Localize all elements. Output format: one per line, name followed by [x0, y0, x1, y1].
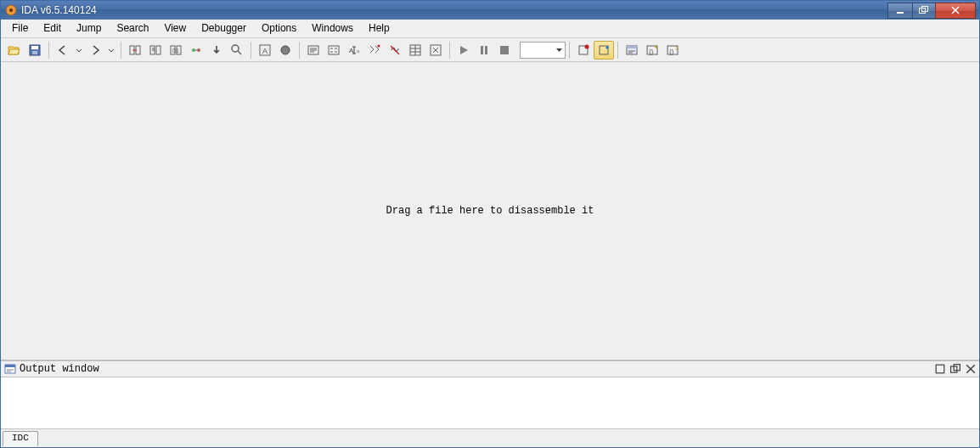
- breakpoint-button-1[interactable]: [573, 41, 594, 60]
- svg-point-20: [281, 46, 290, 54]
- forward-dropdown[interactable]: [105, 41, 117, 60]
- menu-edit[interactable]: Edit: [36, 20, 69, 37]
- minimize-button[interactable]: [887, 3, 913, 19]
- idc-tab[interactable]: IDC: [3, 431, 38, 446]
- xref-button[interactable]: [364, 41, 385, 60]
- save-button[interactable]: [25, 41, 45, 60]
- menu-windows[interactable]: Windows: [304, 20, 361, 37]
- window-button-2[interactable]: {}: [642, 41, 662, 60]
- output-window-controls: [935, 364, 976, 374]
- search-toolbar-button[interactable]: [227, 41, 247, 60]
- svg-point-25: [378, 44, 380, 47]
- code-button-2[interactable]: [324, 41, 344, 60]
- output-maximize-button[interactable]: [950, 364, 960, 374]
- output-window-icon: [4, 363, 16, 375]
- svg-point-15: [192, 48, 195, 52]
- output-window-body[interactable]: [1, 377, 979, 428]
- output-undock-button[interactable]: [935, 364, 945, 374]
- output-window-title: Output window: [20, 363, 935, 375]
- menu-file[interactable]: File: [4, 20, 36, 37]
- svg-text:{}: {}: [669, 48, 674, 55]
- svg-rect-2: [897, 12, 904, 14]
- code-button-1[interactable]: [303, 41, 324, 60]
- stop-button[interactable]: [494, 41, 515, 60]
- svg-rect-29: [485, 46, 487, 54]
- output-window-header: Output window: [1, 360, 979, 377]
- svg-text:A: A: [262, 47, 268, 55]
- svg-point-16: [197, 48, 200, 52]
- down-arrow-button[interactable]: [206, 41, 227, 60]
- rename-button[interactable]: Aa: [344, 41, 364, 60]
- enum-button[interactable]: [425, 41, 446, 60]
- mark-button[interactable]: [275, 41, 296, 60]
- menu-help[interactable]: Help: [361, 20, 397, 37]
- svg-rect-22: [329, 46, 339, 54]
- svg-rect-6: [31, 46, 38, 49]
- svg-rect-11: [156, 46, 161, 54]
- text-view-button[interactable]: A: [255, 41, 275, 60]
- breakpoint-button-2[interactable]: [594, 41, 614, 60]
- close-button[interactable]: [935, 3, 976, 19]
- separator: [617, 42, 618, 59]
- back-dropdown[interactable]: [73, 41, 85, 60]
- nofunc-button[interactable]: [385, 41, 405, 60]
- window-button-3[interactable]: {}: [662, 41, 683, 60]
- struct-button[interactable]: [405, 41, 425, 60]
- nav-button-2[interactable]: [145, 41, 166, 60]
- pause-button[interactable]: [474, 41, 494, 60]
- output-close-button[interactable]: [966, 364, 976, 374]
- menu-debugger[interactable]: Debugger: [194, 20, 254, 37]
- separator: [299, 42, 300, 59]
- menu-view[interactable]: View: [156, 20, 194, 37]
- menu-jump[interactable]: Jump: [69, 20, 109, 37]
- svg-rect-7: [32, 51, 37, 54]
- maximize-button[interactable]: [912, 3, 936, 19]
- svg-rect-28: [481, 46, 483, 54]
- svg-point-17: [232, 45, 239, 52]
- bottom-tab-bar: IDC: [1, 428, 979, 447]
- menu-search[interactable]: Search: [109, 20, 156, 37]
- nav-button-4[interactable]: [186, 41, 206, 60]
- menu-options[interactable]: Options: [254, 20, 304, 37]
- window-button-1[interactable]: [622, 41, 642, 60]
- svg-text:{}: {}: [649, 48, 654, 55]
- nav-button-1[interactable]: [125, 41, 145, 60]
- open-button[interactable]: [4, 41, 25, 60]
- main-workspace[interactable]: Drag a file here to disassemble it: [1, 62, 979, 360]
- svg-point-32: [585, 44, 589, 48]
- svg-rect-30: [500, 46, 509, 54]
- window-controls: [888, 3, 976, 19]
- nav-button-3[interactable]: 01: [166, 41, 186, 60]
- back-button[interactable]: [53, 41, 73, 60]
- app-icon: [4, 3, 18, 17]
- svg-point-1: [9, 9, 13, 12]
- separator: [48, 42, 49, 59]
- menubar: File Edit Jump Search View Debugger Opti…: [1, 20, 979, 38]
- titlebar: IDA v6.5.140124: [1, 1, 979, 20]
- separator: [251, 42, 251, 59]
- run-button[interactable]: [453, 41, 474, 60]
- separator: [121, 42, 121, 59]
- svg-text:a: a: [357, 48, 360, 54]
- separator: [449, 42, 450, 59]
- svg-rect-35: [627, 46, 637, 48]
- svg-rect-41: [5, 365, 15, 367]
- svg-text:01: 01: [172, 48, 179, 54]
- window-title: IDA v6.5.140124: [21, 4, 888, 16]
- svg-rect-42: [936, 365, 944, 373]
- separator: [569, 42, 570, 59]
- forward-button[interactable]: [85, 41, 105, 60]
- debugger-select[interactable]: [520, 42, 566, 59]
- toolbar: 01 A Aa {} {}: [1, 38, 979, 62]
- drag-file-message: Drag a file here to disassemble it: [386, 205, 594, 217]
